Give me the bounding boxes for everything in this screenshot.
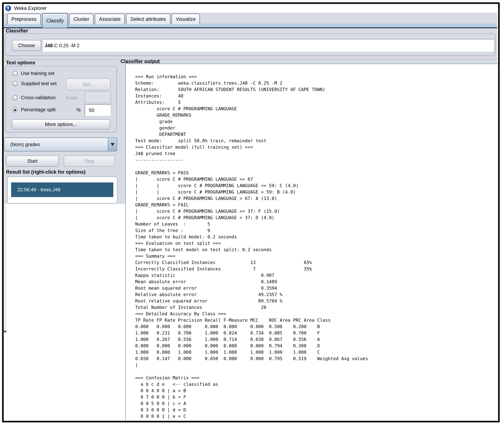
set-button[interactable]: Set... xyxy=(66,79,111,90)
output-line: Relative absolute error 49.2357 % xyxy=(135,291,496,298)
scheme-params: -C 0.25 -M 2 xyxy=(53,43,80,48)
classifier-section-label: Classifier xyxy=(6,28,28,33)
output-line: | score C # PROGRAMMING LANGUAGE <= 67 xyxy=(135,176,496,182)
weka-app-icon xyxy=(5,5,11,11)
output-line: Root mean squared error 0.3594 xyxy=(135,285,496,291)
output-line: Time taken to test model on test split: … xyxy=(135,246,496,253)
dropdown-arrow-button[interactable] xyxy=(108,138,117,151)
tab-visualize[interactable]: Visualize xyxy=(172,13,200,24)
output-line: Total Number of Instances 20 xyxy=(135,304,496,311)
output-line: TP Rate FP Rate Precision Recall F-Measu… xyxy=(135,317,496,323)
percentage-split-field[interactable]: 50 xyxy=(85,104,111,116)
output-line: Scheme: weka.classifiers.trees.J48 -C 0.… xyxy=(135,80,496,86)
cross-validation-label: Cross-validation xyxy=(21,95,56,100)
output-line: 1.000 0.231 0.700 1.000 0.824 0.734 0.88… xyxy=(135,330,496,336)
output-line xyxy=(135,368,496,375)
tab-preprocess[interactable]: Preprocess xyxy=(7,13,41,24)
result-list: 22:56:49 - trees.J48 xyxy=(7,177,117,204)
output-line: Kappa statistic 0.907 xyxy=(135,272,496,279)
stop-button[interactable]: Stop xyxy=(64,156,115,166)
output-line: | | score C # PROGRAMMING LANGUAGE <= 59… xyxy=(135,182,496,189)
classifier-output-text[interactable]: === Run information ===Scheme: weka.clas… xyxy=(135,73,496,419)
output-line: Relation: SOUTH AFRICAN STUDENT RESULTS … xyxy=(135,86,496,93)
output-line: Number of Leaves : 5 xyxy=(135,221,496,227)
scrollbar-remnant xyxy=(4,204,6,331)
output-line: a b c d e <-- classified as xyxy=(135,381,496,387)
tab-select-attributes[interactable]: Select attributes xyxy=(126,13,170,24)
output-line: Test mode: split 50.0% train, remainder … xyxy=(135,138,496,144)
output-line: 0 7 0 0 0 | b = F xyxy=(135,394,496,400)
output-line: 0 0 5 0 0 | c = A xyxy=(135,400,496,407)
output-line: 1.000 0.267 0.556 1.000 0.714 0.638 0.86… xyxy=(135,336,496,343)
output-line: === Classifier model (full training set)… xyxy=(135,144,496,150)
output-line: 0.000 0.000 0.000 0.000 0.000 0.000 0.79… xyxy=(135,343,496,349)
start-button[interactable]: Start xyxy=(6,156,59,166)
test-options-label: Test options xyxy=(6,60,35,66)
output-line: | score C # PROGRAMMING LANGUAGE > 67: A… xyxy=(135,195,496,202)
output-line: Incorrectly Classified Instances 7 35% xyxy=(135,266,496,272)
classifier-scheme-field[interactable]: J48 -C 0.25 -M 2 xyxy=(42,39,494,52)
title-bar: Weka Explorer xyxy=(4,4,497,13)
class-attribute-dropdown[interactable]: (Nom) grades xyxy=(4,138,117,152)
percent-symbol-label: % xyxy=(76,107,81,113)
output-line: DEPARTMENT xyxy=(135,131,496,138)
classifier-output-pane[interactable]: === Run information ===Scheme: weka.clas… xyxy=(125,64,498,421)
output-line: Correctly Classified Instances 13 65% xyxy=(135,259,496,266)
output-line: ------------------ xyxy=(135,157,496,163)
output-line: === Detailed Accuracy By Class === xyxy=(135,311,496,317)
output-line: GRADE_REMARKS xyxy=(135,112,496,118)
window-title: Weka Explorer xyxy=(14,6,47,11)
output-line: 0 0 0 0 1 | e = C xyxy=(135,413,496,419)
output-line: Mean absolute error 0.1489 xyxy=(135,279,496,285)
output-line: score C # PROGRAMMING LANGUAGE xyxy=(135,106,496,112)
output-line: 1.000 0.000 1.000 1.000 1.000 1.000 1.00… xyxy=(135,349,496,355)
output-line: 0.000 0.000 0.000 0.000 0.000 0.000 0.50… xyxy=(135,323,496,330)
weka-explorer-window: Weka Explorer PreprocessClassifyClusterA… xyxy=(0,0,504,425)
output-line: === Evaluation on test split === xyxy=(135,240,496,246)
percentage-split-label: Percentage split xyxy=(21,107,56,113)
output-line: gender xyxy=(135,125,496,131)
supplied-test-set-label: Supplied test set xyxy=(21,81,57,86)
radio-row-supplied-test-set[interactable]: Supplied test set xyxy=(13,81,57,86)
result-list-item[interactable]: 22:56:49 - trees.J48 xyxy=(11,182,113,197)
output-line: Attributes: 5 xyxy=(135,99,496,106)
radio-row-use-training-set[interactable]: Use training set xyxy=(13,71,54,76)
radio-row-cross-validation[interactable]: Cross-validation xyxy=(13,95,56,100)
class-attribute-value: (Nom) grades xyxy=(10,142,108,147)
folds-field[interactable] xyxy=(85,91,111,103)
output-line: GRADE_REMARKS = FAIL xyxy=(135,202,496,208)
use-training-set-radio-icon[interactable] xyxy=(13,71,18,76)
section-divider xyxy=(4,59,497,60)
output-line: | score C # PROGRAMMING LANGUAGE <= 37: … xyxy=(135,208,496,214)
output-line: Instances: 40 xyxy=(135,93,496,99)
cross-validation-radio-icon[interactable] xyxy=(13,95,18,100)
tab-bar: PreprocessClassifyClusterAssociateSelect… xyxy=(7,13,200,29)
output-line: GRADE_REMARKS = PASS xyxy=(135,170,496,176)
output-line: | xyxy=(135,362,496,368)
percentage-split-radio-icon[interactable] xyxy=(13,107,18,112)
scrollbar-remnant-cap xyxy=(4,331,6,332)
tab-classify[interactable]: Classify xyxy=(42,13,68,28)
tab-cluster[interactable]: Cluster xyxy=(69,13,93,24)
supplied-test-set-radio-icon[interactable] xyxy=(13,81,18,86)
output-line: | | score C # PROGRAMMING LANGUAGE > 59:… xyxy=(135,189,496,195)
folds-label: Folds xyxy=(66,95,78,101)
result-list-label: Result list (right-click for options) xyxy=(6,169,86,175)
output-line: === Confusion Matrix === xyxy=(135,375,496,381)
more-options-button[interactable]: More options... xyxy=(12,119,110,129)
output-line: J48 pruned tree xyxy=(135,150,496,157)
output-line: 0.650 0.147 0.000 0.650 0.000 0.000 0.79… xyxy=(135,355,496,362)
output-line: Time taken to build model: 0.2 seconds xyxy=(135,234,496,240)
tab-associate[interactable]: Associate xyxy=(95,13,125,24)
choose-button[interactable]: Choose xyxy=(12,40,41,51)
scheme-name: J48 xyxy=(45,43,53,48)
output-line: Size of the tree : 9 xyxy=(135,227,496,234)
output-line: === Summary === xyxy=(135,253,496,259)
classifier-output-label: Classifier output xyxy=(120,59,160,64)
output-line: | score C # PROGRAMMING LANGUAGE > 37: D… xyxy=(135,214,496,221)
output-line: grade xyxy=(135,118,496,125)
output-line: Root relative squared error 89.5704 % xyxy=(135,298,496,304)
radio-row-percentage-split[interactable]: Percentage split xyxy=(13,107,56,113)
window-body-top: PreprocessClassifyClusterAssociateSelect… xyxy=(4,13,497,64)
chevron-down-icon xyxy=(111,143,115,146)
